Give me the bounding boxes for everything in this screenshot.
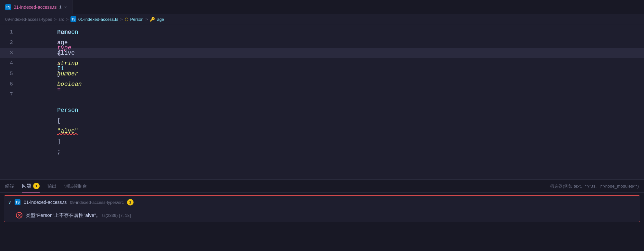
breadcrumb-sep-1: > <box>54 17 57 22</box>
indent <box>57 34 71 41</box>
panel-tab-debug-console[interactable]: 调试控制台 <box>64 180 87 192</box>
line-number-7: 7 <box>0 89 19 100</box>
code-line-1: 1 interface Person { <box>0 27 644 37</box>
breadcrumb-sep-2: > <box>66 17 69 22</box>
breadcrumb-folder-09: 09-indexed-access-types <box>5 17 52 22</box>
error-circle-icon: ✕ <box>16 212 22 218</box>
code-line-4: 4 alive : boolean <box>0 58 644 69</box>
error-code: ts(2339) <box>102 213 118 218</box>
error-message: 类型"Person"上不存在属性"alve"。 ts(2339) [7, 18] <box>26 212 131 218</box>
breadcrumb-file[interactable]: 01-indexed-access.ts <box>78 17 118 22</box>
tab-01-indexed-access[interactable]: TS 01-indexed-access.ts 1 × <box>0 0 72 14</box>
chevron-down-icon: ∨ <box>8 200 11 205</box>
error-file-ts-icon: TS <box>15 199 20 205</box>
line-number-4: 4 <box>0 58 19 69</box>
kw-type: type <box>57 45 71 51</box>
panel-content: ∨ TS 01-indexed-access.ts 09-indexed-acc… <box>0 193 644 251</box>
breadcrumb-property[interactable]: age <box>157 17 164 22</box>
breadcrumb-interface[interactable]: Person <box>130 17 144 22</box>
space <box>57 55 61 61</box>
editor-area[interactable]: 1 interface Person { 2 name : st <box>0 24 644 179</box>
bracket-close: ] <box>57 138 61 145</box>
app-layout: TS 01-indexed-access.ts 1 × 09-indexed-a… <box>0 0 644 251</box>
panel-tab-terminal[interactable]: 终端 <box>5 180 14 192</box>
space <box>57 76 61 82</box>
bracket-open: [ <box>57 117 61 124</box>
line-number-6: 6 <box>0 79 19 89</box>
error-filename: 01-indexed-access.ts <box>24 200 67 205</box>
tab-filename: 01-indexed-access.ts <box>14 5 57 10</box>
code-line-2: 2 name : string <box>0 37 644 48</box>
code-line-3: 3 age : number <box>0 48 644 58</box>
line-number-5: 5 <box>0 69 19 79</box>
output-tab-label: 输出 <box>47 183 57 189</box>
breadcrumb-sep-3: > <box>120 17 123 22</box>
problems-tab-label: 问题 <box>22 183 31 189</box>
terminal-tab-label: 终端 <box>5 183 14 189</box>
ident-i1: I1 <box>57 65 64 72</box>
space <box>57 97 61 103</box>
breadcrumb-sep-4: > <box>146 17 148 22</box>
breadcrumb-folder-src: src <box>58 17 64 22</box>
line-number-2: 2 <box>0 37 19 48</box>
error-row-1[interactable]: ✕ 类型"Person"上不存在属性"alve"。 ts(2339) [7, 1… <box>4 209 640 222</box>
panel-tab-problems[interactable]: 问题 1 <box>22 180 40 192</box>
code-line-7: 7 type I1 = Person [ "alve" ] ; <box>0 89 644 100</box>
breadcrumb-interface-icon: ⬡ <box>125 17 128 22</box>
ident-person-ref: Person <box>57 107 78 113</box>
panel-tab-bar: 终端 问题 1 输出 调试控制台 筛选器(例如 text、**/*.ts、!**… <box>0 180 644 193</box>
ts-file-icon: TS <box>5 4 11 10</box>
breadcrumb-property-icon: 🔑 <box>150 17 155 22</box>
line-content-7: type I1 = Person [ "alve" ] ; <box>19 24 78 167</box>
code-line-5: 5 } <box>0 69 644 79</box>
error-filepath: 09-indexed-access-types/src <box>70 200 123 205</box>
tab-close-button[interactable]: × <box>64 5 67 10</box>
breadcrumb: 09-indexed-access-types > src > TS 01-in… <box>0 14 644 24</box>
string-alve: "alve" <box>57 128 78 134</box>
line-number-1: 1 <box>0 27 19 37</box>
error-count-badge: 1 <box>127 199 134 205</box>
equals: = <box>57 86 61 93</box>
error-msg-text: 类型"Person"上不存在属性"alve"。 <box>26 212 101 218</box>
panel-tab-output[interactable]: 输出 <box>47 180 57 192</box>
semicolon: ; <box>57 149 61 155</box>
panel: 终端 问题 1 输出 调试控制台 筛选器(例如 text、**/*.ts、!**… <box>0 179 644 251</box>
tab-bar: TS 01-indexed-access.ts 1 × <box>0 0 644 14</box>
code-area: 1 interface Person { 2 name : st <box>0 24 644 102</box>
line-number-3: 3 <box>0 48 19 58</box>
breadcrumb-ts-icon: TS <box>71 16 76 22</box>
tab-dirty-marker: 1 <box>59 5 61 9</box>
code-line-6: 6 <box>0 79 644 89</box>
error-group: ∨ TS 01-indexed-access.ts 09-indexed-acc… <box>4 195 640 222</box>
error-group-header[interactable]: ∨ TS 01-indexed-access.ts 09-indexed-acc… <box>4 196 640 209</box>
problems-badge: 1 <box>33 183 40 189</box>
debug-console-tab-label: 调试控制台 <box>64 183 87 189</box>
panel-filter-text: 筛选器(例如 text、**/*.ts、!**/node_modules/**) <box>550 183 639 189</box>
error-location: [7, 18] <box>119 213 131 218</box>
